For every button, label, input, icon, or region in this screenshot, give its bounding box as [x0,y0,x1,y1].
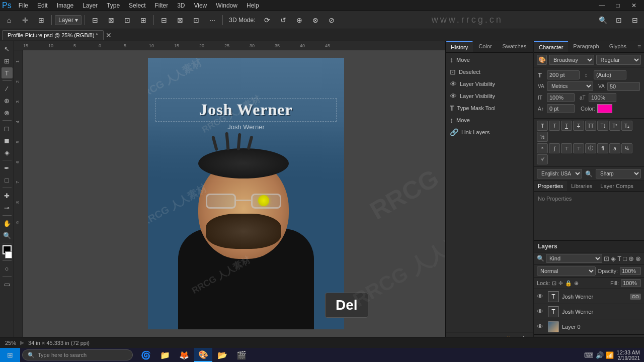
sub-button[interactable]: T₂ [621,121,632,131]
opacity-input[interactable] [620,267,641,275]
char-panel-icon[interactable]: 🎨 [537,55,547,65]
layer-smart-icon[interactable]: ⊕ [628,255,634,262]
close-tab-button[interactable]: ✕ [106,31,112,39]
layer-pixel-icon[interactable]: ⊡ [604,255,609,262]
tab-layer-comps[interactable]: Layer Comps [596,181,637,191]
font-style-select[interactable]: Regular [596,55,641,65]
history-item[interactable]: ⊡ Deselect [446,66,533,78]
menu-3d[interactable]: 3D [173,1,189,10]
align-center[interactable]: ⊠ [104,13,118,27]
minimize-button[interactable]: — [594,0,610,11]
kerning-select[interactable]: Metrics [547,81,593,91]
menu-layer[interactable]: Layer [78,1,102,10]
crop-tool[interactable]: ⊞ [2,55,13,66]
distribute-space[interactable]: ⊡ [189,13,203,27]
healing-tool[interactable]: ⊗ [2,107,13,118]
distribute-h[interactable]: ⊟ [157,13,171,27]
more-options[interactable]: ··· [205,13,219,27]
search-bar[interactable]: 🔍 Type here to search [22,349,133,360]
close-button[interactable]: ✕ [626,0,642,11]
workspace-button[interactable]: ⊡ [612,13,626,27]
history-item[interactable]: T Type Mask Tool [446,102,533,114]
menu-image[interactable]: Image [53,1,77,10]
menu-filter[interactable]: Filter [150,1,172,10]
type-tool[interactable]: T [2,67,13,78]
tab-libraries[interactable]: Libraries [567,181,596,191]
lock-artboard-icon[interactable]: ⊕ [574,280,579,287]
leading-input[interactable] [594,70,626,79]
shape-tool[interactable]: □ [2,174,13,186]
fraction-button[interactable]: ¹⁄ [537,154,548,164]
tab-swatches[interactable]: Swatches [498,41,532,52]
fract-button[interactable]: ½ [537,132,548,142]
allcaps-button[interactable]: TT [585,121,596,131]
history-item[interactable]: 👁 Layer Visibility [446,90,533,102]
fill-input[interactable] [621,279,641,287]
stamp-tool[interactable]: ⊕ [2,95,13,106]
move-tool[interactable]: ✛ [18,13,32,27]
layer-item-josh1[interactable]: 👁 T Josh Werner GO [534,289,644,304]
taskbar-app-firefox[interactable]: 🦊 [175,348,193,362]
menu-help[interactable]: Help [243,1,263,10]
menu-view[interactable]: View [190,1,211,10]
brush-tool[interactable]: ∕ [2,83,13,94]
smallcaps-button[interactable]: Tt [597,121,608,131]
contextual-button[interactable]: ⊤ [573,143,584,153]
menu-select[interactable]: Select [125,1,149,10]
more-right[interactable]: ⊟ [628,13,642,27]
distribute-v[interactable]: ⊠ [173,13,187,27]
disc-button[interactable]: ⓘ [585,143,596,153]
3d-scale[interactable]: ⊘ [325,13,339,27]
font-family-select[interactable]: Broadway [549,55,594,65]
zoom-tool[interactable]: 🔍 [2,230,13,241]
taskbar-app-photoshop[interactable]: 🎨 [194,348,212,362]
eye-icon[interactable]: 👁 [537,323,545,330]
artboard-tool[interactable]: ⊞ [34,13,48,27]
tab-color[interactable]: Color [473,41,497,52]
antialias-select[interactable]: Sharp [596,169,641,178]
layer-type-icon[interactable]: T [617,255,621,262]
titling-button[interactable]: ⊤ [561,143,572,153]
layer-shape-icon[interactable]: □ [623,255,627,262]
layer-kind-select[interactable]: Kind [546,254,602,263]
zoom-arrow[interactable]: ▶ [20,339,24,346]
measure-tool[interactable]: ⊸ [2,202,13,213]
tab-character[interactable]: Character [534,41,568,52]
strikethrough-button[interactable]: T [573,121,584,131]
document-tab[interactable]: Profile-Picture.psd @ 25% (RGB/8) * [2,30,104,40]
super-button[interactable]: T² [609,121,620,131]
3d-slide[interactable]: ⊗ [308,13,323,27]
menu-window[interactable]: Window [212,1,242,10]
history-item[interactable]: ↕ Move [446,54,533,66]
background-color[interactable] [5,251,12,258]
font-size-input[interactable] [547,70,580,79]
lock-all-icon[interactable]: 🔒 [565,280,572,287]
italic-button[interactable]: T [549,121,560,131]
search-button[interactable]: 🔍 [596,13,610,27]
eye-icon[interactable]: 👁 [537,308,545,315]
quick-mask[interactable]: ○ [2,263,13,274]
tab-paragraph[interactable]: Paragraph [568,41,604,52]
ligature-button[interactable]: fi [597,143,608,153]
layer-adjust-icon[interactable]: ◈ [611,255,616,262]
3d-rotate[interactable]: ⟳ [260,13,274,27]
color-swatch[interactable] [597,104,612,113]
eye-icon[interactable]: 👁 [537,293,545,300]
maximize-button[interactable]: □ [610,0,626,11]
alt-button[interactable]: a [609,143,620,153]
menu-type[interactable]: Type [103,1,124,10]
underline-button[interactable]: T [561,121,572,131]
taskbar-app-explorer[interactable]: 📁 [156,348,174,362]
swash-button[interactable]: ∫ [549,143,560,153]
layer-dropdown[interactable]: Layer ▾ [55,15,82,25]
layer-filter-toggle[interactable]: ⊗ [635,255,641,262]
eraser-tool[interactable]: ◻ [2,123,13,134]
history-item[interactable]: 🔗 Link Layers [446,126,533,138]
blend-mode-select[interactable]: Normal [537,266,596,276]
eyedropper-tool[interactable]: ✚ [2,190,13,201]
language-select[interactable]: English: USA [537,169,582,178]
hand-tool[interactable]: ✋ [2,218,13,229]
start-button[interactable]: ⊞ [0,348,20,362]
3d-pan[interactable]: ⊕ [292,13,306,27]
tab-history[interactable]: History [446,41,473,52]
